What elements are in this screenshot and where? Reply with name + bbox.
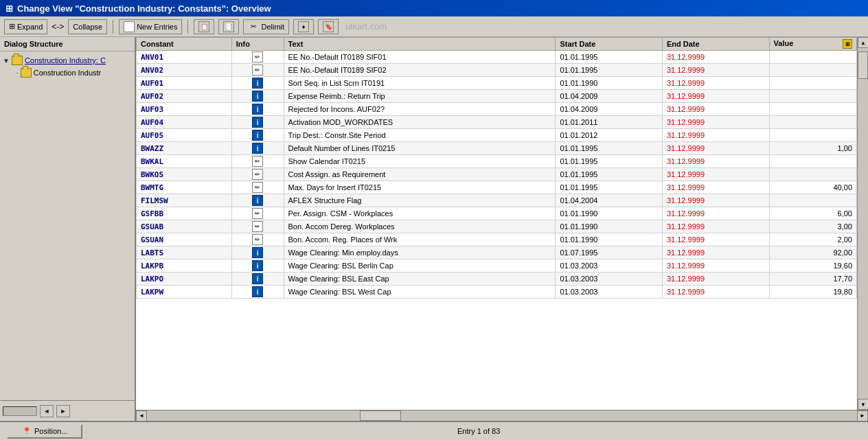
delimit-icon: ✂ xyxy=(248,21,259,32)
cell-value xyxy=(769,103,856,116)
cell-info[interactable]: i xyxy=(231,194,284,207)
table-row[interactable]: GSFBB✏Per. Assign. CSM - Workplaces01.01… xyxy=(137,207,857,220)
cell-info[interactable]: i xyxy=(231,103,284,116)
table-row[interactable]: ANV02✏EE No.-Default IT0189 SIF0201.01.1… xyxy=(137,64,857,77)
table-row[interactable]: LAKPOiWage Clearing: BSL East Cap01.03.2… xyxy=(137,273,857,286)
toolbar-icon-btn1[interactable]: ♦ xyxy=(293,19,314,34)
cell-info[interactable]: i xyxy=(231,116,284,129)
table-row[interactable]: LAKPWiWage Clearing: BSL West Cap01.03.2… xyxy=(137,286,857,299)
cell-value xyxy=(769,194,856,207)
position-button[interactable]: 📍 Position... xyxy=(7,424,82,439)
cell-info[interactable]: i xyxy=(231,259,284,273)
cell-value xyxy=(769,155,856,168)
cell-info[interactable]: i xyxy=(231,273,284,286)
scrollbar-track[interactable] xyxy=(858,48,868,399)
info-icon: i xyxy=(252,130,263,141)
col-header-info[interactable]: Info xyxy=(231,38,284,51)
collapse-label: Collapse xyxy=(73,23,102,31)
horiz-scroll-track[interactable] xyxy=(147,410,857,421)
cell-start-date: 01.01.2011 xyxy=(556,116,663,129)
collapse-button[interactable]: Collapse xyxy=(68,19,107,34)
cell-text: Bon. Accom Dereg. Workplaces xyxy=(284,220,556,233)
table-row[interactable]: AUF05iTrip Dest.: Constr.Site Period01.0… xyxy=(137,129,857,142)
toolbar-icon-btn2[interactable]: 🔖 xyxy=(318,19,339,34)
left-panel-bottom: ◄ ► xyxy=(0,400,135,421)
table-container[interactable]: Constant Info Text Start Date End Date V… xyxy=(136,37,857,410)
scroll-up-button[interactable]: ▲ xyxy=(858,37,868,48)
col-header-start-date[interactable]: Start Date xyxy=(556,38,663,51)
nav-left-button[interactable]: ◄ xyxy=(40,405,54,417)
expand-button[interactable]: ⊞ Expand xyxy=(4,19,47,34)
cell-constant: LAKPO xyxy=(137,273,232,286)
horiz-scroll-right-button[interactable]: ► xyxy=(857,410,868,421)
table-row[interactable]: AUF01iSort Seq. in List Scrn IT019101.01… xyxy=(137,77,857,90)
table-row[interactable]: BWAZZiDefault Number of Lines IT021501.0… xyxy=(137,142,857,155)
cell-start-date: 01.04.2009 xyxy=(556,90,663,103)
col-header-value[interactable]: Value ⊞ xyxy=(769,38,856,51)
expand-label: Expand xyxy=(17,23,43,31)
info-icon: i xyxy=(252,195,263,206)
horiz-scroll-thumb[interactable] xyxy=(360,410,401,421)
scroll-down-button[interactable]: ▼ xyxy=(858,399,868,410)
cell-start-date: 01.04.2004 xyxy=(556,194,663,207)
cell-end-date: 31.12.9999 xyxy=(662,155,769,168)
col-header-end-date[interactable]: End Date xyxy=(662,38,769,51)
sep2 xyxy=(187,20,188,34)
cell-constant: GSFBB xyxy=(137,207,232,220)
cell-info[interactable]: i xyxy=(231,129,284,142)
edit-icon: ✏ xyxy=(252,234,263,245)
info-icon: i xyxy=(252,117,263,128)
cell-info[interactable]: i xyxy=(231,142,284,155)
main-layout: Dialog Structure ▼ Construction Industry… xyxy=(0,37,868,421)
copy-icon: 📋 xyxy=(198,21,209,32)
cell-info[interactable]: i xyxy=(231,246,284,259)
table-row[interactable]: GSUAN✏Bon. Accom. Reg. Places of Wrk01.0… xyxy=(137,233,857,246)
table-row[interactable]: AUF04iActivation MOD_WORKDATES01.01.2011… xyxy=(137,116,857,129)
table-row[interactable]: AUF02iExpense Reimb.: Return Trip01.04.2… xyxy=(137,90,857,103)
cell-end-date: 31.12.9999 xyxy=(662,64,769,77)
edit-icon: ✏ xyxy=(252,182,263,193)
cell-start-date: 01.01.2012 xyxy=(556,129,663,142)
cell-info[interactable]: ✏ xyxy=(231,220,284,233)
scrollbar-thumb[interactable] xyxy=(858,51,868,79)
table-row[interactable]: LABTSiWage Clearing: Min employ.days01.0… xyxy=(137,246,857,259)
cell-info[interactable]: i xyxy=(231,90,284,103)
table-row[interactable]: GSUAB✏Bon. Accom Dereg. Workplaces01.01.… xyxy=(137,220,857,233)
new-entries-button[interactable]: New Entries xyxy=(119,19,182,34)
cell-start-date: 01.01.1995 xyxy=(556,181,663,194)
table-row[interactable]: BWMTG✏Max. Days for Insert IT021501.01.1… xyxy=(137,181,857,194)
cell-info[interactable]: i xyxy=(231,286,284,299)
cell-info[interactable]: ✏ xyxy=(231,207,284,220)
tree-item-1[interactable]: · Construction Industr xyxy=(3,67,132,79)
table-row[interactable]: BWKOS✏Cost Assign. as Requirement01.01.1… xyxy=(137,168,857,181)
cell-end-date: 31.12.9999 xyxy=(662,233,769,246)
cell-info[interactable]: ✏ xyxy=(231,233,284,246)
cell-info[interactable]: ✏ xyxy=(231,168,284,181)
cell-info[interactable]: ✏ xyxy=(231,64,284,77)
tree-item-0[interactable]: ▼ Construction Industry: C xyxy=(3,54,132,67)
cell-text: Default Number of Lines IT0215 xyxy=(284,142,556,155)
cell-value: 2,00 xyxy=(769,233,856,246)
cell-info[interactable]: ✏ xyxy=(231,51,284,64)
cell-info[interactable]: i xyxy=(231,77,284,90)
cell-info[interactable]: ✏ xyxy=(231,155,284,168)
col-header-constant[interactable]: Constant xyxy=(137,38,232,51)
title-bar: ⊞ Change View "Construction Industry: Co… xyxy=(0,0,868,16)
col-header-text[interactable]: Text xyxy=(284,38,556,51)
cell-start-date: 01.01.1995 xyxy=(556,155,663,168)
paste-button[interactable]: 📑 xyxy=(218,19,239,34)
nav-right-button[interactable]: ► xyxy=(56,405,70,417)
horiz-scroll-left-button[interactable]: ◄ xyxy=(136,410,147,421)
cell-info[interactable]: ✏ xyxy=(231,181,284,194)
table-row[interactable]: LAKPBiWage Clearing: BSL Berlin Cap01.03… xyxy=(137,259,857,273)
cell-end-date: 31.12.9999 xyxy=(662,220,769,233)
table-row[interactable]: AUF03iRejected for Incons. AUF02?01.04.2… xyxy=(137,103,857,116)
table-row[interactable]: ANV01✏EE No.-Default IT0189 SIF0101.01.1… xyxy=(137,51,857,64)
toolbar-icon1: ♦ xyxy=(298,21,309,32)
cell-start-date: 01.01.1995 xyxy=(556,168,663,181)
table-row[interactable]: BWKAL✏Show Calendar IT021501.01.199531.1… xyxy=(137,155,857,168)
copy-button[interactable]: 📋 xyxy=(194,19,214,34)
delimit-button[interactable]: ✂ Delimit xyxy=(243,19,289,34)
table-row[interactable]: FILMSWiAFLEX Structure Flag01.04.200431.… xyxy=(137,194,857,207)
data-table: Constant Info Text Start Date End Date V… xyxy=(136,37,857,299)
